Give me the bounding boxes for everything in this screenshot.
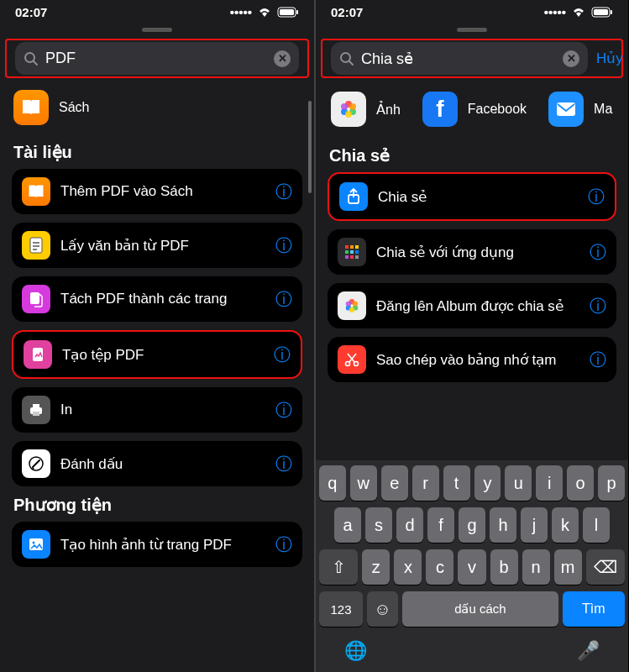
key-emoji[interactable]: ☺ xyxy=(367,591,398,627)
sheet-grabber[interactable] xyxy=(457,28,487,32)
phone-right: 02:07 ••••• ✕ Hủy Ảnh f Facebook xyxy=(314,0,628,672)
action-share[interactable]: Chia sẻ ⓘ xyxy=(328,172,616,221)
key-t[interactable]: t xyxy=(443,465,470,501)
cellular-icon: ••••• xyxy=(230,5,252,19)
status-time: 02:07 xyxy=(331,5,363,19)
key-return[interactable]: Tìm xyxy=(563,591,625,627)
app-suggestions-row[interactable]: Ảnh f Facebook Ma xyxy=(328,87,616,137)
grid-icon xyxy=(338,238,366,266)
app-suggestion-facebook[interactable]: f Facebook xyxy=(422,92,527,127)
svg-point-44 xyxy=(346,301,351,306)
clear-search-icon[interactable]: ✕ xyxy=(274,50,291,67)
search-field[interactable]: ✕ xyxy=(331,42,588,75)
info-icon[interactable]: ⓘ xyxy=(274,344,291,366)
key-g[interactable]: g xyxy=(459,507,485,543)
info-icon[interactable]: ⓘ xyxy=(275,453,292,475)
key-q[interactable]: q xyxy=(319,465,346,501)
search-input[interactable] xyxy=(45,50,267,67)
info-icon[interactable]: ⓘ xyxy=(275,399,292,422)
info-icon[interactable]: ⓘ xyxy=(275,533,292,556)
action-label: Đánh dấu xyxy=(60,455,265,473)
key-x[interactable]: x xyxy=(394,549,422,585)
svg-point-27 xyxy=(345,111,352,118)
sheet-grabber[interactable] xyxy=(142,28,172,32)
action-share-with-app[interactable]: Chia sẻ với ứng dụng ⓘ xyxy=(328,229,616,275)
key-b[interactable]: b xyxy=(490,549,518,585)
info-icon[interactable]: ⓘ xyxy=(588,186,605,208)
mic-icon[interactable]: 🎤 xyxy=(577,640,600,662)
info-icon[interactable]: ⓘ xyxy=(590,349,606,371)
key-v[interactable]: v xyxy=(458,549,485,585)
info-icon[interactable]: ⓘ xyxy=(275,234,292,257)
action-make-pdf[interactable]: Tạo tệp PDF ⓘ xyxy=(12,330,302,379)
svg-point-43 xyxy=(353,301,358,306)
svg-rect-37 xyxy=(345,255,349,259)
svg-rect-39 xyxy=(355,255,359,259)
key-123[interactable]: 123 xyxy=(319,591,363,627)
app-suggestion-photos[interactable]: Ảnh xyxy=(331,92,401,127)
info-icon[interactable]: ⓘ xyxy=(590,241,606,264)
keyboard-bottom-row: 🌐 🎤 xyxy=(319,633,625,664)
key-w[interactable]: w xyxy=(350,465,377,501)
search-input[interactable] xyxy=(361,50,556,67)
keyboard[interactable]: q w e r t y u i o p a s d f g h j k l ⇧ … xyxy=(316,460,628,672)
action-split-pdf[interactable]: Tách PDF thành các trang ⓘ xyxy=(12,276,302,322)
svg-rect-9 xyxy=(30,292,39,304)
key-n[interactable]: n xyxy=(522,549,550,585)
app-suggestion-mail[interactable]: Ma xyxy=(548,92,612,127)
key-m[interactable]: m xyxy=(554,549,582,585)
key-shift[interactable]: ⇧ xyxy=(319,549,358,585)
svg-rect-12 xyxy=(33,404,39,408)
doc-split-icon xyxy=(22,285,50,313)
clear-search-icon[interactable]: ✕ xyxy=(563,50,579,67)
action-print[interactable]: In ⓘ xyxy=(12,387,302,433)
action-copy-clipboard[interactable]: Sao chép vào bảng nhớ tạm ⓘ xyxy=(328,337,616,382)
svg-point-46 xyxy=(346,362,350,366)
key-j[interactable]: j xyxy=(521,507,548,543)
action-image-from-pdf[interactable]: Tạo hình ảnh từ trang PDF ⓘ xyxy=(12,522,302,567)
battery-icon xyxy=(591,7,613,18)
wifi-icon xyxy=(571,7,586,18)
search-field[interactable]: ✕ xyxy=(15,42,299,75)
svg-rect-5 xyxy=(30,238,42,253)
action-get-text-from-pdf[interactable]: Lấy văn bản từ PDF ⓘ xyxy=(12,223,302,268)
cancel-button[interactable]: Hủy xyxy=(596,50,623,67)
key-z[interactable]: z xyxy=(362,549,390,585)
svg-rect-2 xyxy=(296,10,298,14)
globe-icon[interactable]: 🌐 xyxy=(344,640,367,662)
action-list-media: Tạo hình ảnh từ trang PDF ⓘ xyxy=(12,522,302,567)
action-label: Sao chép vào bảng nhớ tạm xyxy=(376,351,579,369)
key-e[interactable]: e xyxy=(381,465,408,501)
keyboard-row-1: q w e r t y u i o p xyxy=(319,465,625,501)
key-i[interactable]: i xyxy=(536,465,563,501)
svg-rect-32 xyxy=(350,245,354,249)
key-backspace[interactable]: ⌫ xyxy=(586,549,625,585)
key-h[interactable]: h xyxy=(490,507,516,543)
svg-point-45 xyxy=(349,307,354,312)
app-suggestion-books[interactable]: Sách xyxy=(12,87,302,134)
key-a[interactable]: a xyxy=(334,507,361,543)
key-p[interactable]: p xyxy=(598,465,625,501)
action-markup[interactable]: Đánh dấu ⓘ xyxy=(12,441,302,486)
cellular-icon: ••••• xyxy=(544,5,566,19)
info-icon[interactable]: ⓘ xyxy=(275,181,292,203)
key-u[interactable]: u xyxy=(505,465,532,501)
key-f[interactable]: f xyxy=(427,507,454,543)
content-area: Ảnh f Facebook Ma Chia sẻ Chia sẻ ⓘ Chia… xyxy=(316,87,628,460)
info-icon[interactable]: ⓘ xyxy=(590,295,606,318)
key-d[interactable]: d xyxy=(396,507,423,543)
action-add-pdf-to-books[interactable]: Thêm PDF vào Sách ⓘ xyxy=(12,169,302,214)
key-k[interactable]: k xyxy=(552,507,579,543)
keyboard-row-3: ⇧ z x c v b n m ⌫ xyxy=(319,549,625,585)
key-l[interactable]: l xyxy=(583,507,610,543)
key-r[interactable]: r xyxy=(412,465,439,501)
key-y[interactable]: y xyxy=(474,465,501,501)
svg-rect-38 xyxy=(350,255,354,259)
key-o[interactable]: o xyxy=(567,465,594,501)
key-s[interactable]: s xyxy=(365,507,392,543)
scrollbar[interactable] xyxy=(308,101,312,193)
key-c[interactable]: c xyxy=(426,549,453,585)
key-space[interactable]: dấu cách xyxy=(402,591,558,627)
info-icon[interactable]: ⓘ xyxy=(275,288,292,311)
action-post-shared-album[interactable]: Đăng lên Album được chia sẻ ⓘ xyxy=(328,283,616,328)
